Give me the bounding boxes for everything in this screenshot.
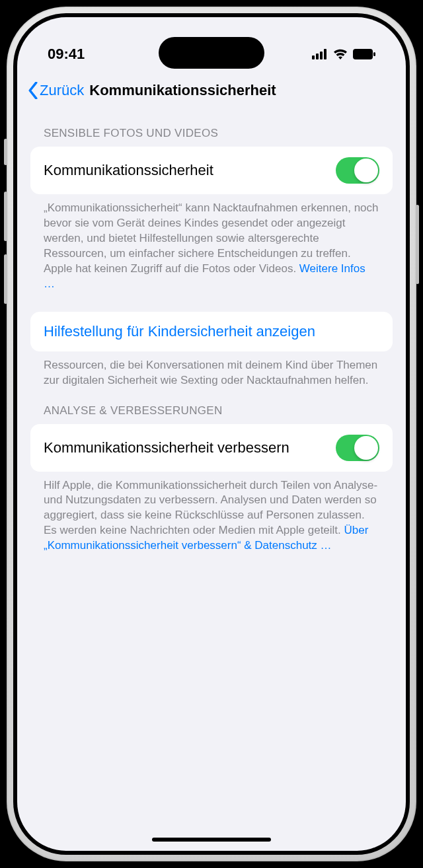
- page-title: Kommunikationssicherheit: [89, 82, 276, 99]
- section-header-analytics: ANALYSE & VERBESSERUNGEN: [30, 388, 393, 424]
- side-button-volume-up: [4, 192, 7, 241]
- content: SENSIBLE FOTOS UND VIDEOS Kommunikations…: [17, 111, 406, 554]
- svg-rect-1: [316, 54, 319, 59]
- cellular-icon: [312, 49, 328, 59]
- section-footer-help: Ressourcen, die bei Konversationen mit d…: [30, 351, 393, 388]
- communication-safety-row: Kommunikationssicherheit: [30, 147, 393, 194]
- wifi-icon: [333, 49, 348, 59]
- dynamic-island: [159, 37, 264, 69]
- child-safety-help-row[interactable]: Hilfestellung für Kindersicherheit anzei…: [30, 312, 393, 351]
- back-button[interactable]: Zurück: [28, 82, 84, 99]
- side-button-silent: [4, 139, 7, 165]
- nav-bar: Zurück Kommunikationssicherheit: [17, 73, 406, 111]
- svg-rect-2: [320, 52, 323, 59]
- improve-safety-label: Kommunikationssicherheit verbessern: [44, 439, 336, 457]
- section-footer-analytics: Hilf Apple, die Kommunikationssicherheit…: [30, 472, 393, 554]
- improve-safety-row: Kommunikationssicherheit verbessern: [30, 424, 393, 472]
- screen: 09:41 Zurück: [17, 17, 406, 851]
- footer-text-3: Hilf Apple, die Kommunikationssicherheit…: [44, 479, 377, 537]
- child-safety-help-label: Hilfestellung für Kindersicherheit anzei…: [44, 323, 315, 340]
- side-button-volume-down: [4, 254, 7, 304]
- improve-safety-toggle[interactable]: [336, 435, 379, 461]
- side-button-power: [416, 205, 419, 284]
- home-indicator[interactable]: [152, 838, 271, 842]
- communication-safety-toggle[interactable]: [336, 157, 379, 184]
- footer-text-2: Ressourcen, die bei Konversationen mit d…: [44, 359, 377, 386]
- svg-rect-4: [353, 49, 373, 59]
- svg-rect-0: [312, 55, 315, 59]
- svg-rect-3: [324, 49, 327, 59]
- status-time: 09:41: [48, 46, 85, 63]
- svg-rect-5: [373, 52, 375, 56]
- phone-frame: 09:41 Zurück: [7, 7, 416, 861]
- section-header-sensitive: SENSIBLE FOTOS UND VIDEOS: [30, 111, 393, 147]
- back-label: Zurück: [40, 82, 84, 99]
- communication-safety-label: Kommunikationssicherheit: [44, 161, 336, 180]
- section-footer-sensitive: „Kommunikationssicherheit“ kann Nacktauf…: [30, 194, 393, 292]
- chevron-left-icon: [28, 82, 38, 99]
- battery-icon: [353, 49, 375, 59]
